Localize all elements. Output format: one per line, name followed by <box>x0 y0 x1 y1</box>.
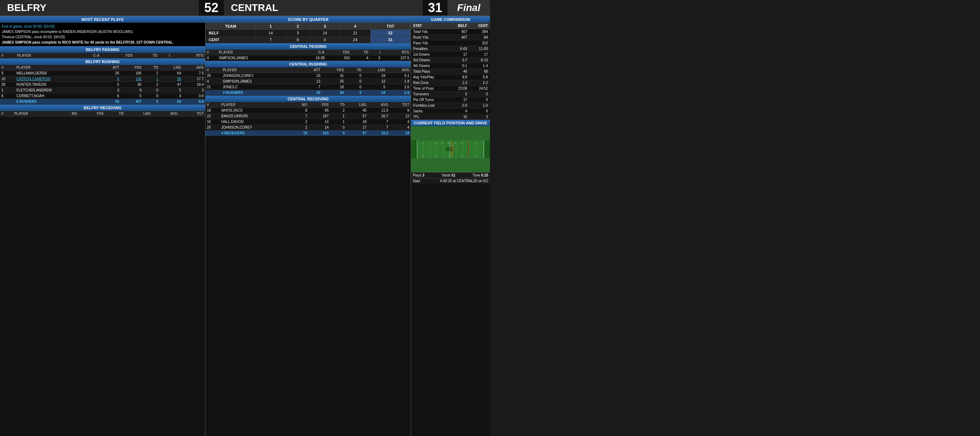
col-int: I <box>370 49 382 55</box>
cell-cent: 1-4 <box>469 63 490 69</box>
cell-avg: 3 <box>183 88 205 93</box>
col-belf: BELF <box>449 23 469 29</box>
comparison-row: 3rd Downs 3-7 8-15 <box>411 57 490 63</box>
table-row: 5 WELLMAN,DEREK 26 195 2 64 7.5 <box>0 70 205 76</box>
cell-avg: 1.9 <box>387 79 410 84</box>
cell-tgt: 4 <box>390 125 410 130</box>
cell-label: 4 RECEIVERS <box>220 130 291 136</box>
cell-belf: 6-60 <box>449 46 469 52</box>
cell-player: CATRON,CAMERON <box>15 76 100 82</box>
svg-text:30: 30 <box>461 156 462 157</box>
cell-int: 3 <box>370 55 382 61</box>
col-yds: YDS <box>309 102 330 108</box>
cell-label: 3 RUSHERS <box>221 90 299 96</box>
cell-lng: 40 <box>346 108 368 113</box>
svg-text:30: 30 <box>461 143 462 144</box>
cell-avg: 7.5 <box>183 70 205 76</box>
cell-att: 6 <box>100 93 121 99</box>
central-rushing-table: # PLAYER ATT YDS TD LNG AVG 25 JOHNSON,C… <box>205 67 410 96</box>
cell-cent: 0 <box>469 97 490 103</box>
comparison-row: TFL 10 3 <box>411 114 490 120</box>
cell-yds: 92 <box>121 82 143 88</box>
comparison-row: Total Plays 46 68 <box>411 69 490 75</box>
table-row: 25 JOHNSON,COREY 2 14 0 17 7 4 <box>205 125 410 130</box>
svg-text:⊕: ⊕ <box>449 149 450 150</box>
col-tgt: TGT <box>390 102 410 108</box>
cell-stat: Fumbles-Lost <box>411 103 449 108</box>
table-row: 16 HALL,DAVON 2 14 1 18 7 4 <box>205 119 410 125</box>
col-yds: YDS <box>78 111 105 117</box>
cell-player: SIMPSON,JAMES <box>218 55 297 61</box>
cell-tgt: 4 <box>390 119 410 125</box>
cell-yds: 25 <box>322 79 345 84</box>
belfry-receiving-table: # PLAYER NO YDS TD LNG AVG TGT <box>0 111 205 117</box>
cell-lng: 12 <box>363 79 387 84</box>
col-ca: C-A <box>71 53 100 59</box>
cell-num: 25 <box>205 73 221 79</box>
cell-num: 6 <box>0 93 15 99</box>
cell-q2: 3 <box>286 30 310 37</box>
cell-no: 2 <box>291 119 309 125</box>
col-yds: YDS <box>121 65 143 70</box>
time-label: Time 0:25 <box>472 173 488 177</box>
field-position-section: CURRENT FIELD POSITION AND DRIVE <box>411 120 490 184</box>
comparison-table: STAT BELF CENT Total Yds 407 394 Rush Yd… <box>411 23 490 120</box>
col-num: # <box>0 111 13 117</box>
cell-cent: 84 <box>469 35 490 40</box>
cell-att: 5 <box>100 82 121 88</box>
belfry-passing-table: # PLAYER C-A YDS TD I RTG <box>0 53 205 59</box>
score-by-quarter-header: SCORE BY QUARTER <box>205 16 410 23</box>
scoreboard-header: BELFRY 52 CENTRAL 31 Final <box>0 0 490 16</box>
cell-att: 46 <box>100 99 121 105</box>
score-right: 31 <box>423 0 447 16</box>
cell-player: JOHNSON,COREY <box>220 125 291 130</box>
cell-no: 7 <box>291 113 309 119</box>
cell-lng: 17 <box>346 125 368 130</box>
cell-stat: TFL <box>411 114 449 120</box>
col-q2: 2 <box>286 23 310 30</box>
cell-td: 0 <box>345 90 363 96</box>
central-passing-section: CENTRAL PASSING # PLAYER C-A YDS TD I RT… <box>205 43 410 61</box>
col-no: NO <box>57 111 78 117</box>
cell-belf: 17 <box>449 52 469 57</box>
cell-avg: 11.9 <box>368 108 390 113</box>
cell-lng: 64 <box>160 70 183 76</box>
cell-yds: 310 <box>326 55 351 61</box>
cell-stat: Avg Yds/Play <box>411 75 449 80</box>
col-player: PLAYER <box>15 65 100 70</box>
team-right: CENTRAL <box>224 2 423 13</box>
center-panel: SCORE BY QUARTER TEAM 1 2 3 4 TOT BELF 1… <box>205 16 411 436</box>
svg-text:-+: -+ <box>481 143 482 144</box>
col-avg: AVG <box>368 102 390 108</box>
cell-num: 10 <box>0 76 15 82</box>
play-line-3: Timeout CENTRAL, clock 00:03. [00:03] <box>2 34 204 40</box>
cell-att: 30 <box>300 90 322 96</box>
cell-att: 13 <box>300 79 322 84</box>
col-num: # <box>205 67 221 73</box>
svg-text:10: 10 <box>474 156 476 157</box>
cell-td: 2 <box>143 70 159 76</box>
belfry-rushing-section: BELFRY RUSHING # PLAYER ATT YDS TD LNG A… <box>0 59 205 105</box>
game-comparison-header: GAME COMPARISON <box>411 16 490 23</box>
cell-cent: 0 <box>469 108 490 114</box>
cell-yds: 5 <box>121 93 143 99</box>
play-line-2: JAMES SIMPSON pass incomplete to RAIDEN … <box>2 29 204 34</box>
cell-lng: 24 <box>363 90 387 96</box>
cell-cent: 0 <box>469 91 490 97</box>
cell-tot: 52 <box>370 30 410 37</box>
field-position-header: CURRENT FIELD POSITION AND DRIVE <box>411 120 490 126</box>
col-td: TD <box>351 49 370 55</box>
cell-td: 0 <box>143 93 159 99</box>
cell-num: 21 <box>205 84 221 90</box>
cell-att: 7 <box>300 84 322 90</box>
cell-empty <box>205 90 221 96</box>
table-row: 28 HUNTER,TAVEON 5 92 2 47 18.4 <box>0 82 205 88</box>
cell-avg: 2.6 <box>387 84 410 90</box>
svg-text:10: 10 <box>474 143 476 144</box>
cell-td: 1 <box>330 113 346 119</box>
cell-no: 8 <box>291 108 309 113</box>
table-row: 18 WHITE,RICO 8 95 2 40 11.9 9 <box>205 108 410 113</box>
cell-lng: 64 <box>160 99 183 105</box>
plays-content: End of game, clock 00:00. [00:00] JAMES … <box>0 23 205 46</box>
yards-value: 51 <box>451 173 455 177</box>
